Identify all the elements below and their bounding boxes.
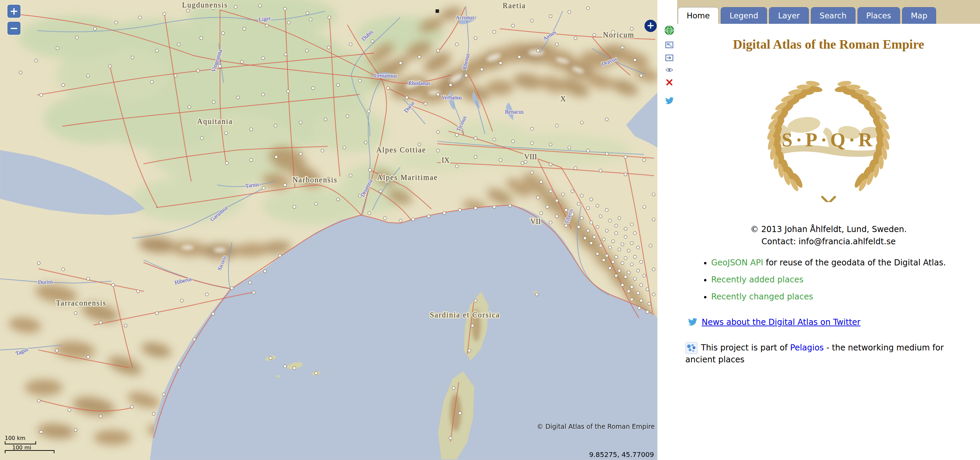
svg-text:Tarraconensis: Tarraconensis <box>56 299 107 307</box>
application-window: LigerDubisAcronusAenusDravusRhenusLemann… <box>0 0 980 460</box>
globe-icon[interactable] <box>664 25 675 35</box>
pelagios-link[interactable]: Pelagios <box>790 343 824 352</box>
map-panel: LigerDubisAcronusAenusDravusRhenusLemann… <box>0 0 657 460</box>
copyright-line: © 2013 Johan Åhlfeldt, Lund, Sweden. <box>677 224 980 234</box>
tab-legend[interactable]: Legend <box>721 7 767 24</box>
svg-text:IX: IX <box>442 156 450 164</box>
twitter-news-link[interactable]: News about the Digital Atlas on Twitter <box>702 317 861 327</box>
svg-text:Sardinia et Corsica: Sardinia et Corsica <box>430 310 500 319</box>
map-canvas[interactable]: LigerDubisAcronusAenusDravusRhenusLemann… <box>0 0 657 460</box>
eye-icon[interactable] <box>665 67 673 72</box>
tab-search[interactable]: Search <box>811 7 856 24</box>
svg-text:Durius: Durius <box>38 278 53 285</box>
spqr-logo: S·P·Q·R <box>677 67 980 204</box>
contact-line: Contact: info@francia.ahlfeldt.se <box>677 237 980 246</box>
svg-text:Aquitania: Aquitania <box>197 117 233 126</box>
scale-bar: 100 km 100 mi <box>5 435 54 453</box>
svg-text:VII: VII <box>530 217 541 226</box>
link-recently-changed-places[interactable]: Recently changed places <box>711 292 813 301</box>
sidebar-content: Digital Atlas of the Roman Empire <box>677 24 980 460</box>
tab-map[interactable]: Map <box>902 7 937 24</box>
svg-text:Narbonensis: Narbonensis <box>292 175 337 184</box>
zoom-out-button[interactable]: − <box>8 22 21 35</box>
layer-switcher-button[interactable]: + <box>644 20 657 32</box>
tab-home[interactable]: Home <box>678 7 719 24</box>
link-list: GeoJSON API for reuse of the geodata of … <box>698 256 980 303</box>
sidebar: HomeLegendLayerSearchPlacesMap Digital A… <box>657 0 980 460</box>
svg-text:Lemannus: Lemannus <box>374 73 397 79</box>
svg-text:Noricum: Noricum <box>603 30 634 39</box>
svg-text:Acronus: Acronus <box>456 14 474 21</box>
svg-text:Verbanus: Verbanus <box>442 95 462 100</box>
list-item: GeoJSON API for reuse of the geodata of … <box>711 256 980 269</box>
pelagios-text-pre: This project is part of <box>701 343 790 352</box>
pelagios-row: This project is part of Pelagios - the n… <box>685 342 972 366</box>
svg-text:Benacus: Benacus <box>505 109 524 115</box>
zoom-region-icon[interactable] <box>665 54 673 61</box>
tab-layer[interactable]: Layer <box>769 7 808 24</box>
twitter-icon[interactable] <box>665 97 674 105</box>
tab-bar: HomeLegendLayerSearchPlacesMap <box>677 0 980 24</box>
list-item: Recently changed places <box>711 291 980 303</box>
map-tool-column <box>662 25 677 105</box>
mouse-position-readout: 9.85275, 45.77009 <box>589 450 654 458</box>
svg-text:Lugdunensis: Lugdunensis <box>182 1 228 9</box>
zoom-control: + − <box>8 5 21 35</box>
link-geojson-api[interactable]: GeoJSON API <box>711 258 763 267</box>
svg-text:Rhodanus: Rhodanus <box>408 80 430 86</box>
spqr-text: S·P·Q·R <box>782 129 875 150</box>
link-recently-added-places[interactable]: Recently added places <box>711 275 803 285</box>
svg-text:X: X <box>560 95 566 103</box>
svg-text:Alpes Cottiae: Alpes Cottiae <box>376 146 426 154</box>
map-attribution: © Digital Atlas of the Roman Empire <box>537 423 655 430</box>
svg-text:VIII: VIII <box>524 153 537 161</box>
small-island <box>276 375 280 377</box>
twitter-bird-icon[interactable] <box>687 318 698 326</box>
list-item: Recently added places <box>711 274 980 286</box>
scale-km-bar <box>5 441 36 444</box>
tab-places[interactable]: Places <box>858 7 900 24</box>
pelagios-icon[interactable] <box>685 342 698 354</box>
map-marker[interactable] <box>436 10 439 13</box>
svg-text:Alpes Maritimae: Alpes Maritimae <box>377 173 438 182</box>
close-icon[interactable] <box>666 79 673 86</box>
zoom-extent-icon[interactable] <box>665 41 673 48</box>
scale-km-label: 100 km <box>5 435 54 441</box>
page-title: Digital Atlas of the Roman Empire <box>677 37 980 52</box>
zoom-in-button[interactable]: + <box>8 5 21 18</box>
sidebar-main: HomeLegendLayerSearchPlacesMap Digital A… <box>677 0 980 460</box>
svg-text:Raetia: Raetia <box>503 2 526 10</box>
twitter-row: News about the Digital Atlas on Twitter <box>687 317 980 327</box>
